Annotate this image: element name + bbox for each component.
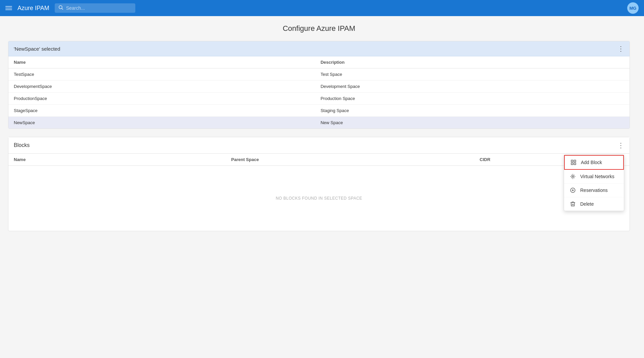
spaces-panel: 'NewSpace' selected ⋮ Name Description T… — [8, 41, 630, 129]
blocks-table-header-row: Name Parent Space CIDR — [8, 154, 630, 166]
spaces-panel-header: 'NewSpace' selected ⋮ — [8, 41, 630, 56]
menu-icon[interactable] — [5, 5, 12, 11]
blocks-table-body: NO BLOCKS FOUND IN SELECTED SPACE — [8, 166, 630, 231]
context-menu-item[interactable]: Add Block — [564, 155, 624, 170]
search-box — [55, 3, 135, 13]
blocks-table: Name Parent Space CIDR NO BLOCKS FOUND I… — [8, 154, 630, 231]
blocks-more-icon[interactable]: ⋮ — [617, 141, 624, 149]
menu-item-label: Delete — [580, 201, 594, 207]
menu-item-label: Reservations — [580, 188, 608, 193]
blocks-col-parent-space: Parent Space — [226, 154, 474, 166]
svg-rect-5 — [571, 160, 573, 162]
blocks-empty-message: NO BLOCKS FOUND IN SELECTED SPACE — [14, 169, 624, 227]
menu-item-label: Virtual Networks — [580, 174, 614, 179]
topbar-title: Azure IPAM — [17, 5, 49, 12]
blocks-panel-header: Blocks ⋮ — [8, 137, 630, 154]
space-name: DevelopmentSpace — [8, 81, 315, 93]
spaces-col-description: Description — [315, 56, 630, 68]
spaces-table: Name Description TestSpaceTest SpaceDeve… — [8, 56, 630, 129]
svg-rect-7 — [571, 163, 573, 165]
search-icon — [58, 5, 63, 11]
table-row[interactable]: NewSpaceNew Space — [8, 117, 630, 129]
context-menu-item[interactable]: Reservations — [564, 184, 624, 197]
space-description: Development Space — [315, 81, 630, 93]
spaces-col-name: Name — [8, 56, 315, 68]
context-menu-item[interactable]: Virtual Networks — [564, 170, 624, 184]
context-menu: Add Block Virtual Networks Reservations … — [564, 155, 624, 211]
spaces-panel-title: 'NewSpace' selected — [14, 46, 60, 52]
blocks-empty-row: NO BLOCKS FOUND IN SELECTED SPACE — [8, 166, 630, 231]
space-description: Staging Space — [315, 105, 630, 117]
blocks-table-container: Name Parent Space CIDR NO BLOCKS FOUND I… — [8, 154, 630, 231]
svg-rect-8 — [574, 163, 576, 165]
blocks-panel: Blocks ⋮ Name Parent Space CIDR NO BLOCK… — [8, 137, 630, 231]
space-description: Test Space — [315, 68, 630, 81]
blocks-col-name: Name — [8, 154, 226, 166]
space-name: NewSpace — [8, 117, 315, 129]
space-name: TestSpace — [8, 68, 315, 81]
spaces-table-header-row: Name Description — [8, 56, 630, 68]
svg-rect-0 — [5, 6, 12, 7]
table-row[interactable]: TestSpaceTest Space — [8, 68, 630, 81]
space-description: New Space — [315, 117, 630, 129]
spaces-more-icon[interactable]: ⋮ — [617, 45, 624, 53]
table-row[interactable]: ProductionSpaceProduction Space — [8, 93, 630, 105]
avatar[interactable]: MG — [627, 2, 639, 14]
svg-point-3 — [59, 6, 62, 9]
page-title: Configure Azure IPAM — [8, 24, 630, 33]
menu-item-label: Add Block — [581, 160, 602, 165]
svg-line-4 — [62, 8, 63, 10]
space-description: Production Space — [315, 93, 630, 105]
context-menu-item[interactable]: Delete — [564, 197, 624, 211]
grid-icon — [570, 159, 577, 166]
spaces-table-body: TestSpaceTest SpaceDevelopmentSpaceDevel… — [8, 68, 630, 129]
svg-point-9 — [572, 176, 574, 177]
trash-icon — [569, 201, 576, 207]
search-input[interactable] — [66, 5, 132, 11]
circle-plus-icon — [569, 187, 576, 194]
table-row[interactable]: DevelopmentSpaceDevelopment Space — [8, 81, 630, 93]
main-content: Configure Azure IPAM 'NewSpace' selected… — [0, 16, 638, 247]
table-row[interactable]: StageSpaceStaging Space — [8, 105, 630, 117]
space-name: StageSpace — [8, 105, 315, 117]
network-icon — [569, 173, 576, 180]
svg-rect-1 — [5, 8, 12, 8]
spaces-table-container: Name Description TestSpaceTest SpaceDeve… — [8, 56, 630, 129]
blocks-panel-title: Blocks — [14, 142, 30, 148]
topbar: Azure IPAM MG — [0, 0, 644, 16]
svg-rect-6 — [574, 160, 576, 162]
svg-rect-2 — [5, 9, 12, 10]
space-name: ProductionSpace — [8, 93, 315, 105]
